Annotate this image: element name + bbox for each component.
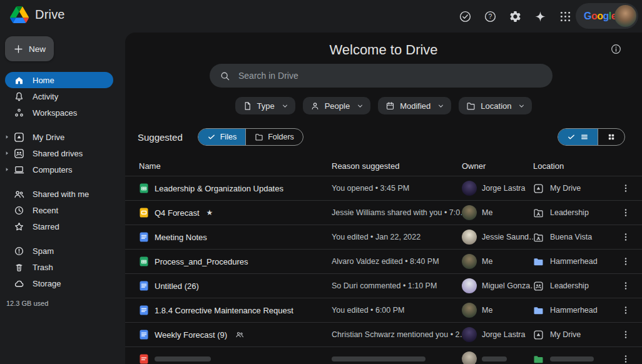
sidebar-item-activity[interactable]: Activity xyxy=(5,88,113,104)
file-name-cell: Weekly Forecast (9) xyxy=(139,330,332,340)
owner-cell: Me xyxy=(462,303,533,318)
chevron-right-icon[interactable] xyxy=(3,166,11,173)
sidebar-item-shared-with-me[interactable]: Shared with me xyxy=(5,186,113,202)
drive-brand[interactable]: Drive xyxy=(10,6,65,23)
sidebar-item-shared-drives[interactable]: Shared drives xyxy=(5,145,113,161)
google-apps-grid-icon[interactable] xyxy=(559,10,572,23)
row-menu-button[interactable] xyxy=(618,327,633,342)
reason-suggested-cell: You edited • 6:00 PM xyxy=(332,306,462,315)
filter-chip-type[interactable]: Type xyxy=(235,97,295,114)
sidebar-item-label: My Drive xyxy=(33,133,64,142)
table-row[interactable]: Process_and_ProceduresAlvaro Valdez edit… xyxy=(125,250,642,274)
row-menu-button[interactable] xyxy=(618,351,633,364)
column-header-location[interactable]: Location xyxy=(533,161,618,171)
sidebar-item-label: Home xyxy=(33,76,54,85)
grid-view-button[interactable] xyxy=(598,129,624,145)
row-menu-button[interactable] xyxy=(618,303,633,318)
laptop-icon xyxy=(14,164,24,175)
table-row[interactable]: Leadership & Organization UpdatesYou ope… xyxy=(125,176,642,201)
plus-icon xyxy=(13,44,24,54)
table-row[interactable] xyxy=(125,347,642,364)
toggle-files[interactable]: Files xyxy=(198,129,245,145)
sidebar-nav: Home Activity Workspaces My Drive xyxy=(0,72,125,307)
gemini-sparkle-icon[interactable] xyxy=(534,10,547,23)
location-cell[interactable]: My Drive xyxy=(533,330,618,340)
list-view-button[interactable] xyxy=(558,129,598,145)
more-options-icon xyxy=(621,330,631,340)
drive-logo-icon xyxy=(10,6,29,23)
column-header-reason[interactable]: Reason suggested xyxy=(332,161,462,171)
row-menu-button[interactable] xyxy=(618,230,633,245)
location-cell[interactable]: My Drive xyxy=(533,183,618,194)
sidebar-item-my-drive[interactable]: My Drive xyxy=(5,129,113,145)
check-icon xyxy=(567,133,576,141)
main-panel: Welcome to Drive Type People Modified xyxy=(125,33,642,364)
table-row[interactable]: Q4 Forecast★Jessie Williams shared with … xyxy=(125,201,642,225)
google-logo-letter: G xyxy=(584,11,591,21)
row-menu-button[interactable] xyxy=(618,205,633,220)
owner-name: Jessie Saund… xyxy=(482,233,533,241)
owner-name: Jorge Lastra xyxy=(482,330,525,339)
user-avatar[interactable] xyxy=(614,5,636,27)
location-cell[interactable]: Leadership xyxy=(533,208,618,218)
shared-folder-icon xyxy=(533,232,544,243)
offline-status-icon[interactable] xyxy=(459,10,472,23)
row-menu-button[interactable] xyxy=(618,278,633,293)
row-menu-button[interactable] xyxy=(618,254,633,269)
column-header-name[interactable]: Name xyxy=(139,161,332,171)
new-button[interactable]: New xyxy=(5,36,54,61)
file-name: Q4 Forecast xyxy=(155,208,200,218)
chevron-right-icon[interactable] xyxy=(3,149,11,157)
star-icon xyxy=(14,221,24,232)
sidebar-item-computers[interactable]: Computers xyxy=(5,161,113,178)
file-type-icon-docs xyxy=(139,232,149,242)
reason-suggested-cell: Alvaro Valdez edited • 8:40 PM xyxy=(332,257,462,266)
help-icon[interactable]: ? xyxy=(484,10,497,23)
sidebar-item-recent[interactable]: Recent xyxy=(5,202,113,218)
row-menu-button[interactable] xyxy=(618,181,633,196)
info-icon[interactable] xyxy=(610,43,622,55)
filter-chip-modified[interactable]: Modified xyxy=(378,97,451,114)
toggle-folders[interactable]: Folders xyxy=(245,129,303,145)
folder-icon xyxy=(255,133,263,141)
chevron-right-icon[interactable] xyxy=(3,133,11,141)
search-bar[interactable] xyxy=(210,64,553,88)
storage-used-label: 12.3 GB used xyxy=(6,300,125,307)
mydrive-icon xyxy=(533,183,544,194)
table-row[interactable]: Untitled (26)So Duri commented • 1:10 PM… xyxy=(125,274,642,298)
file-type-icon-docs xyxy=(139,330,149,340)
sidebar-item-spam[interactable]: Spam xyxy=(5,243,113,259)
settings-gear-icon[interactable] xyxy=(509,10,522,23)
search-input[interactable] xyxy=(238,71,543,81)
filter-chip-location[interactable]: Location xyxy=(459,97,532,114)
toggle-files-label: Files xyxy=(220,133,237,141)
sidebar-item-home[interactable]: Home xyxy=(5,72,113,88)
google-account-button[interactable]: Google xyxy=(576,3,638,29)
sidebar-item-trash[interactable]: Trash xyxy=(5,259,113,275)
location-cell[interactable] xyxy=(533,354,618,364)
table-row[interactable]: Weekly Forecast (9)Christian Schwarz men… xyxy=(125,323,642,347)
sidebar-item-label: Storage xyxy=(33,279,61,288)
sidebar: New Home Activity Workspaces xyxy=(0,33,125,364)
column-header-owner[interactable]: Owner xyxy=(462,161,533,171)
clipped-text xyxy=(155,356,211,361)
sidebar-item-workspaces[interactable]: Workspaces xyxy=(5,104,113,121)
location-name: Leadership xyxy=(550,281,589,290)
chip-label: Modified xyxy=(400,101,431,111)
chip-label: Type xyxy=(257,101,275,111)
location-cell[interactable]: Hammerhead xyxy=(533,256,618,267)
table-row[interactable]: Meeting NotesYou edited • Jan 22, 2022Je… xyxy=(125,225,642,250)
location-cell[interactable]: Buena Vista xyxy=(533,232,618,243)
file-table-body: Leadership & Organization UpdatesYou ope… xyxy=(125,176,642,364)
location-cell[interactable]: Hammerhead xyxy=(533,305,618,316)
file-name: Process_and_Procedures xyxy=(155,257,248,266)
owner-cell: Jorge Lastra xyxy=(462,327,533,342)
filter-chip-people[interactable]: People xyxy=(303,97,370,114)
sidebar-item-storage[interactable]: Storage xyxy=(5,275,113,291)
sidebar-item-label: Trash xyxy=(33,263,53,272)
new-button-label: New xyxy=(29,44,46,54)
location-cell[interactable]: Leadership xyxy=(533,281,618,291)
people-icon xyxy=(14,189,24,200)
sidebar-item-starred[interactable]: Starred xyxy=(5,218,113,235)
table-row[interactable]: 1.8.4 Corrective Maintenance RequestYou … xyxy=(125,298,642,323)
